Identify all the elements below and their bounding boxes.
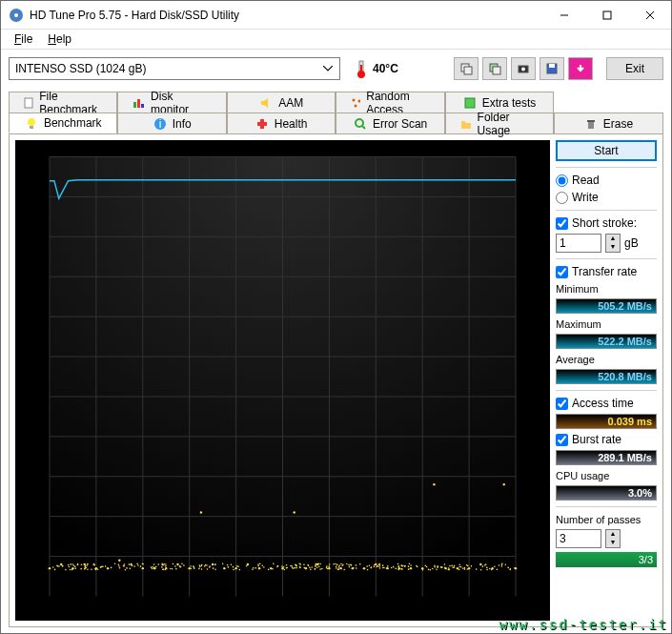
- svg-point-246: [379, 567, 381, 569]
- svg-point-140: [319, 568, 321, 570]
- svg-point-333: [340, 563, 342, 565]
- copy-info-button[interactable]: [482, 57, 507, 80]
- svg-point-147: [451, 565, 453, 567]
- tab-folder-usage[interactable]: Folder Usage: [445, 112, 554, 133]
- svg-point-210: [133, 565, 135, 567]
- svg-text:400: 400: [227, 598, 246, 611]
- passes-input[interactable]: [556, 529, 601, 548]
- svg-point-290: [410, 564, 412, 566]
- svg-point-313: [494, 565, 496, 567]
- tab-random-access[interactable]: Random Access: [336, 92, 444, 112]
- access-time-check[interactable]: Access time: [556, 397, 657, 410]
- tab-aam[interactable]: AAM: [227, 92, 336, 112]
- svg-point-322: [183, 564, 185, 566]
- svg-point-113: [270, 567, 272, 569]
- svg-point-14: [521, 67, 525, 71]
- svg-point-311: [310, 568, 312, 570]
- svg-point-107: [200, 511, 202, 513]
- svg-point-22: [358, 99, 360, 102]
- close-button[interactable]: [628, 1, 671, 29]
- tab-health[interactable]: Health: [227, 112, 336, 133]
- read-radio[interactable]: Read: [556, 174, 657, 187]
- svg-point-297: [257, 565, 259, 567]
- svg-point-370: [151, 566, 153, 568]
- tab-benchmark[interactable]: Benchmark: [9, 112, 117, 133]
- svg-point-419: [70, 569, 71, 571]
- menu-file[interactable]: File: [7, 31, 40, 48]
- tab-file-benchmark[interactable]: File Benchmark: [9, 92, 117, 112]
- svg-point-240: [56, 565, 58, 567]
- svg-point-282: [68, 564, 70, 566]
- svg-text:200: 200: [133, 598, 153, 611]
- svg-point-342: [175, 568, 177, 570]
- maximize-button[interactable]: [585, 1, 628, 29]
- svg-point-375: [123, 565, 125, 567]
- svg-point-431: [100, 566, 102, 568]
- svg-text:600: 600: [319, 598, 338, 611]
- avg-label: Average: [556, 354, 657, 365]
- svg-point-289: [417, 566, 418, 568]
- svg-point-344: [359, 563, 361, 565]
- svg-point-345: [382, 564, 384, 566]
- min-value: 505.2 MB/s: [556, 298, 657, 314]
- tab-error-scan[interactable]: Error Scan: [336, 112, 444, 133]
- minimize-button[interactable]: [542, 1, 585, 29]
- svg-point-340: [190, 568, 192, 570]
- screenshot-button[interactable]: [511, 57, 536, 80]
- exit-button[interactable]: Exit: [606, 57, 663, 80]
- device-select[interactable]: INTENSO SSD (1024 gB): [9, 57, 340, 80]
- tab-disk-monitor[interactable]: Disk monitor: [117, 92, 226, 112]
- chart-area: 501001502002503003504004505005500.050.10…: [15, 140, 550, 621]
- svg-point-226: [319, 563, 321, 565]
- svg-point-125: [410, 567, 412, 569]
- svg-point-407: [162, 569, 164, 571]
- short-stroke-check[interactable]: Short stroke:: [556, 216, 657, 230]
- svg-point-291: [329, 563, 331, 565]
- svg-rect-26: [30, 126, 33, 129]
- svg-point-298: [247, 563, 249, 565]
- svg-text:350: 350: [27, 309, 46, 322]
- copy-button[interactable]: [454, 57, 479, 80]
- svg-point-386: [430, 569, 432, 571]
- svg-point-227: [74, 566, 76, 568]
- svg-rect-17: [25, 98, 32, 108]
- svg-point-158: [425, 565, 427, 567]
- write-radio[interactable]: Write: [556, 191, 657, 204]
- svg-point-430: [291, 565, 293, 567]
- transfer-rate-check[interactable]: Transfer rate: [556, 265, 657, 278]
- svg-point-167: [74, 568, 76, 570]
- svg-point-253: [65, 569, 67, 571]
- svg-point-115: [294, 511, 295, 513]
- svg-point-292: [458, 563, 460, 565]
- svg-point-383: [336, 567, 337, 569]
- svg-point-392: [339, 567, 341, 569]
- svg-point-365: [258, 567, 260, 569]
- svg-point-216: [338, 565, 340, 567]
- svg-point-148: [81, 563, 83, 565]
- tab-erase[interactable]: Erase: [554, 112, 662, 133]
- svg-point-211: [257, 563, 259, 565]
- short-stroke-input[interactable]: [556, 234, 601, 253]
- tab-info[interactable]: iInfo: [117, 112, 226, 133]
- svg-text:100: 100: [87, 598, 106, 611]
- short-stroke-spinner[interactable]: ▲▼: [605, 234, 621, 253]
- burst-rate-check[interactable]: Burst rate: [556, 433, 657, 446]
- svg-text:MB/s: MB/s: [50, 143, 75, 156]
- svg-point-397: [484, 564, 486, 566]
- save-button[interactable]: [540, 57, 564, 80]
- start-button[interactable]: Start: [556, 140, 657, 161]
- action-button[interactable]: [568, 57, 593, 80]
- menu-help[interactable]: Help: [40, 31, 79, 48]
- svg-point-172: [387, 565, 389, 567]
- svg-point-415: [209, 565, 211, 567]
- svg-point-320: [125, 569, 127, 571]
- svg-point-195: [136, 562, 138, 564]
- svg-point-99: [107, 567, 109, 569]
- svg-point-178: [199, 564, 201, 566]
- passes-spinner[interactable]: ▲▼: [605, 529, 621, 548]
- svg-point-238: [316, 566, 318, 568]
- passes-progress: 3/3: [556, 552, 657, 567]
- svg-point-401: [454, 566, 456, 568]
- svg-point-351: [397, 565, 399, 567]
- svg-rect-24: [465, 98, 475, 108]
